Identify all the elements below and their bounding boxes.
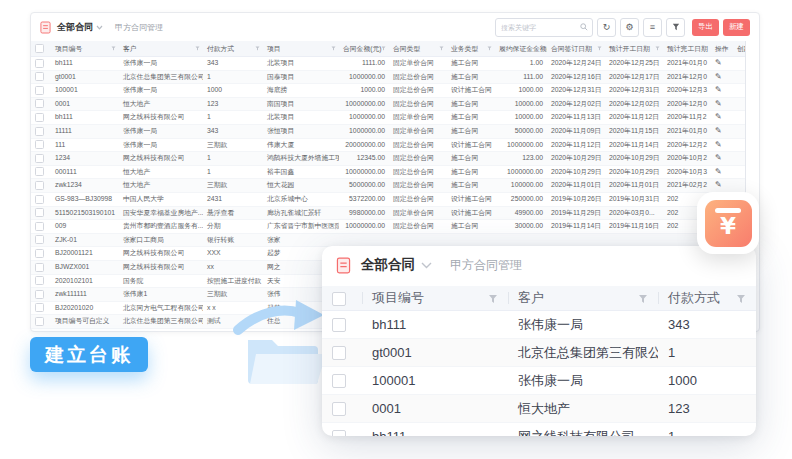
row-checkbox[interactable]: [35, 167, 44, 176]
edit-icon[interactable]: ✎: [715, 85, 722, 94]
filter-icon[interactable]: [381, 46, 386, 51]
row-checkbox[interactable]: [35, 249, 44, 258]
cell-customer[interactable]: 张伟康一局: [508, 367, 658, 395]
cell-customer[interactable]: 网之线科技有限公司: [119, 111, 203, 125]
edit-icon[interactable]: ✎: [715, 167, 722, 176]
cell-project[interactable]: 北京乐城中心: [263, 192, 339, 206]
columns-button[interactable]: ≡: [643, 18, 662, 37]
cell-project-code[interactable]: 100001: [362, 367, 508, 395]
edit-icon[interactable]: ✎: [715, 72, 722, 81]
cell-project[interactable]: 裕丰国鑫: [263, 165, 339, 179]
cell-project-code[interactable]: 11111: [51, 124, 119, 138]
cell-project-code[interactable]: bh111: [362, 311, 508, 339]
cell-customer[interactable]: 张家口工商局: [119, 233, 203, 247]
row-checkbox[interactable]: [35, 113, 44, 122]
cell-project-code[interactable]: BJ20201020: [51, 301, 119, 315]
row-checkbox[interactable]: [35, 235, 44, 244]
filter-icon[interactable]: [736, 294, 746, 304]
overlay-subtitle[interactable]: 甲方合同管理: [450, 257, 522, 274]
search-box[interactable]: [495, 18, 593, 37]
cell-project[interactable]: 国泰项目: [263, 70, 339, 84]
row-checkbox[interactable]: [35, 222, 44, 231]
cell-project-code[interactable]: 项目编号可自定义: [51, 315, 119, 329]
cell-project[interactable]: 北装项目: [263, 111, 339, 125]
cell-project-code[interactable]: BJWZX001: [51, 260, 119, 274]
select-all-checkbox[interactable]: [35, 44, 44, 53]
filter-icon[interactable]: [488, 294, 498, 304]
cell-project-code[interactable]: gt0001: [51, 70, 119, 84]
row-checkbox[interactable]: [332, 318, 346, 332]
edit-icon[interactable]: ✎: [715, 153, 722, 162]
row-checkbox[interactable]: [35, 72, 44, 81]
cell-customer[interactable]: 北京住总集团第三有限公司: [508, 339, 658, 367]
filter-icon[interactable]: [111, 46, 116, 51]
row-checkbox[interactable]: [35, 290, 44, 299]
cell-customer[interactable]: 北京同方电气工程有限公司: [119, 301, 203, 315]
filter-toolbar-button[interactable]: [666, 18, 685, 37]
cell-customer[interactable]: 张伟康一局: [119, 57, 203, 71]
cell-customer[interactable]: 中国人民大学: [119, 192, 203, 206]
cell-project-code[interactable]: zwk111111: [51, 288, 119, 302]
cell-project[interactable]: 南国项目: [263, 97, 339, 111]
row-checkbox[interactable]: [332, 346, 346, 360]
row-checkbox[interactable]: [35, 276, 44, 285]
row-checkbox[interactable]: [35, 140, 44, 149]
cell-project-code[interactable]: 5115021503190101: [51, 206, 119, 220]
row-checkbox[interactable]: [35, 263, 44, 272]
search-input[interactable]: [496, 24, 578, 31]
cell-project-code[interactable]: ZJK-01: [51, 233, 119, 247]
row-checkbox[interactable]: [35, 303, 44, 312]
filter-icon[interactable]: [255, 46, 260, 51]
row-checkbox[interactable]: [332, 430, 346, 436]
ledger-yen-card[interactable]: ¥: [697, 192, 759, 254]
edit-icon[interactable]: ✎: [715, 180, 722, 189]
chevron-down-icon[interactable]: [421, 262, 432, 269]
select-all-checkbox[interactable]: [332, 292, 346, 306]
cell-project[interactable]: 北装项目: [263, 57, 339, 71]
cell-customer[interactable]: 张伟康1: [119, 288, 203, 302]
row-checkbox[interactable]: [35, 86, 44, 95]
cell-project-code[interactable]: 0001: [362, 395, 508, 423]
cell-project-code[interactable]: 100001: [51, 84, 119, 98]
cell-project-code[interactable]: 2020102101: [51, 274, 119, 288]
row-checkbox[interactable]: [35, 99, 44, 108]
cell-customer[interactable]: 网之线科技有限公司: [119, 152, 203, 166]
row-checkbox[interactable]: [332, 374, 346, 388]
cell-project-code[interactable]: 000111: [51, 165, 119, 179]
cell-customer[interactable]: 北京住总集团第三有限公司: [119, 70, 203, 84]
cell-customer[interactable]: 国务院: [119, 274, 203, 288]
cell-customer[interactable]: 张伟康一局: [119, 138, 203, 152]
filter-icon[interactable]: [331, 46, 336, 51]
cell-project-code[interactable]: BJ20001121: [51, 247, 119, 261]
cell-customer[interactable]: 网之线科技有限公司: [508, 423, 658, 437]
cell-project-code[interactable]: 111: [51, 138, 119, 152]
cell-project[interactable]: 张家: [263, 233, 339, 247]
cell-project[interactable]: 海底捞: [263, 84, 339, 98]
row-checkbox[interactable]: [35, 154, 44, 163]
cell-customer[interactable]: 张伟康一局: [119, 124, 203, 138]
filter-icon[interactable]: [439, 46, 444, 51]
cell-project[interactable]: 广东省晋宁市新中医医院...: [263, 220, 339, 234]
cell-project-code[interactable]: gt0001: [362, 339, 508, 367]
row-checkbox[interactable]: [332, 402, 346, 416]
cell-project[interactable]: 鸿鹄科技大厦外墙施工项目: [263, 152, 339, 166]
row-checkbox[interactable]: [35, 317, 44, 326]
cell-customer[interactable]: 北京住总集团第三有限公司: [119, 315, 203, 329]
new-button[interactable]: 新建: [723, 19, 750, 36]
cell-project-code[interactable]: 1234: [51, 152, 119, 166]
chevron-down-icon[interactable]: [96, 25, 103, 30]
row-checkbox[interactable]: [35, 208, 44, 217]
cell-project-code[interactable]: 009: [51, 220, 119, 234]
row-checkbox[interactable]: [35, 181, 44, 190]
filter-icon[interactable]: [638, 294, 648, 304]
edit-icon[interactable]: ✎: [715, 126, 722, 135]
cell-customer[interactable]: 恒大地产: [119, 97, 203, 111]
cell-customer[interactable]: 张伟康一局: [119, 84, 203, 98]
export-button[interactable]: 导出: [692, 19, 719, 36]
edit-icon[interactable]: ✎: [715, 99, 722, 108]
cell-project[interactable]: 张恒项目: [263, 124, 339, 138]
refresh-button[interactable]: ↻: [597, 18, 616, 37]
cell-customer[interactable]: 贵州市都昀壹酒店服务有...: [119, 220, 203, 234]
cell-project-code[interactable]: bh111: [51, 111, 119, 125]
cell-customer[interactable]: 恒大地产: [508, 395, 658, 423]
